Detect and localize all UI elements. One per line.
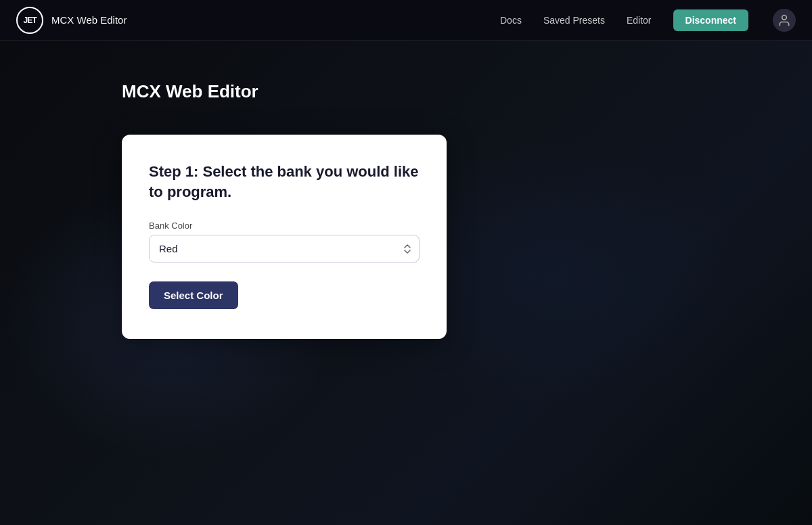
bank-color-select-wrapper: Red Blue Green Yellow Orange Purple Whit… bbox=[149, 235, 420, 262]
user-icon bbox=[777, 14, 791, 27]
page-title: MCX Web Editor bbox=[122, 81, 785, 102]
bank-color-select[interactable]: Red Blue Green Yellow Orange Purple Whit… bbox=[149, 235, 420, 262]
brand: JET MCX Web Editor bbox=[16, 7, 127, 34]
jet-logo: JET bbox=[16, 7, 43, 34]
navbar-nav: Docs Saved Presets Editor Disconnect bbox=[500, 9, 796, 32]
navbar: JET MCX Web Editor Docs Saved Presets Ed… bbox=[0, 0, 812, 41]
main-content: MCX Web Editor Step 1: Select the bank y… bbox=[0, 41, 812, 366]
disconnect-button[interactable]: Disconnect bbox=[673, 9, 748, 31]
app-title: MCX Web Editor bbox=[51, 14, 127, 26]
select-color-button[interactable]: Select Color bbox=[149, 281, 238, 309]
step-title: Step 1: Select the bank you would like t… bbox=[149, 162, 420, 202]
nav-docs[interactable]: Docs bbox=[500, 15, 522, 26]
nav-saved-presets[interactable]: Saved Presets bbox=[543, 15, 605, 26]
user-avatar[interactable] bbox=[773, 9, 796, 32]
bank-color-label: Bank Color bbox=[149, 221, 420, 231]
svg-point-0 bbox=[782, 15, 787, 20]
step-card: Step 1: Select the bank you would like t… bbox=[122, 135, 447, 339]
nav-editor[interactable]: Editor bbox=[627, 15, 652, 26]
